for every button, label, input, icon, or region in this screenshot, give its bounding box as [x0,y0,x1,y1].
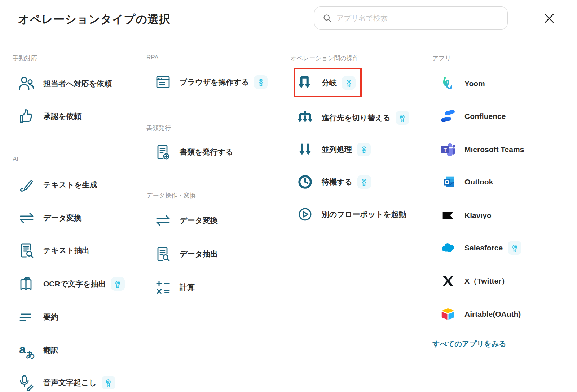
app-item-confluence[interactable]: Confluence [439,106,506,127]
section-header-flowops: オペレーション間の操作 [290,54,359,62]
op-item-request-staff[interactable]: 担当者へ対応を依頼 [18,73,112,94]
premium-badge [357,175,371,189]
translate-icon: a あ [18,342,35,359]
app-item-label: Outlook [464,178,493,186]
section-header-dataops: データ操作・変換 [146,191,196,200]
op-item-parallel[interactable]: 並列処理 [296,139,371,160]
clock-icon [296,173,314,191]
close-button[interactable] [542,12,556,25]
browser-icon [154,74,172,91]
op-item-label: テキストを生成 [43,180,97,190]
op-item-label: データ変換 [43,213,82,223]
op-item-request-approval[interactable]: 承認を依頼 [18,106,82,127]
premium-badge [342,76,356,90]
op-item-label: 音声文字起こし [43,378,97,388]
swap-arrows-icon [18,209,35,227]
op-item-summarize[interactable]: 要約 [18,306,58,328]
document-search-icon [154,245,172,263]
op-item-label: データ変換 [180,215,218,226]
swap-arrows-icon [154,212,172,229]
yoom-logo [439,75,457,92]
section-header-apps: アプリ [432,54,451,62]
op-item-switch-route[interactable]: 進行先を切り替える [296,107,409,129]
op-item-data-convert[interactable]: データ変換 [154,210,218,231]
klaviyo-logo [439,207,457,224]
op-item-generate-text[interactable]: テキストを生成 [18,174,97,196]
op-item-label: データ抽出 [180,249,218,259]
app-item-label: Microsoft Teams [464,145,524,154]
op-item-speech-to-text[interactable]: 音声文字起こし [18,372,115,392]
op-item-label: ブラウザを操作する [180,77,249,87]
premium-badge [111,277,125,291]
premium-badge [508,241,521,255]
op-item-label: OCRで文字を抽出 [43,279,106,289]
app-item-salesforce[interactable]: Salesforce [439,237,521,259]
op-item-issue-document[interactable]: 書類を発行する [154,141,233,163]
confluence-logo [439,108,457,125]
svg-text:a: a [19,343,26,356]
teams-logo: T [439,141,457,158]
op-item-text-extract[interactable]: テキスト抽出 [18,240,89,261]
document-search-icon [18,242,35,259]
op-item-label: 翻訳 [43,345,58,355]
premium-badge [357,143,371,156]
app-item-label: Klaviyo [464,211,492,220]
parallel-arrows-icon [296,141,314,158]
app-item-label: X（Twitter） [464,276,509,286]
svg-text:T: T [444,147,447,153]
op-item-operate-browser[interactable]: ブラウザを操作する [154,71,268,93]
app-item-label: Airtable(OAuth) [464,310,521,318]
summary-lines-icon [18,308,35,326]
book-eye-icon [18,275,35,293]
play-circle-icon [296,206,314,223]
op-item-translate[interactable]: a あ 翻訳 [18,339,58,361]
app-item-label: Salesforce [464,244,503,252]
app-item-label: Yoom [464,79,485,88]
op-item-label: 分岐 [322,78,337,88]
op-item-branch[interactable]: 分岐 [296,72,356,94]
op-item-label: 待機する [322,177,352,187]
op-item-label: 並列処理 [322,144,352,155]
thumbs-up-icon [18,108,35,125]
app-item-outlook[interactable]: Outlook [439,171,493,193]
premium-badge [254,75,268,89]
people-icon [18,75,35,92]
op-item-data-convert-ai[interactable]: データ変換 [18,207,82,229]
section-header-manual: 手動対応 [13,54,37,62]
app-item-airtable[interactable]: Airtable(OAuth) [439,303,521,325]
document-plus-icon [154,143,172,161]
page-title: オペレーションタイプの選択 [18,12,171,27]
search-box[interactable] [314,6,508,30]
op-item-ocr[interactable]: OCRで文字を抽出 [18,273,125,295]
op-item-label: 担当者へ対応を依頼 [43,79,112,89]
app-item-klaviyo[interactable]: Klaviyo [439,205,492,226]
op-item-data-extract[interactable]: データ抽出 [154,243,218,265]
search-input[interactable] [336,14,499,22]
app-item-label: Confluence [464,112,506,121]
search-icon [322,13,332,23]
app-item-yoom[interactable]: Yoom [439,73,485,94]
operation-type-modal: { "modal": { "title": "オペレーションタイプの選択", "… [0,0,577,392]
see-all-apps-link[interactable]: すべてのアプリをみる [432,339,506,349]
outlook-logo [439,173,457,191]
op-item-label: 別のフローボットを起動 [322,209,406,219]
switch-branch-icon [296,109,314,126]
op-item-launch-flowbot[interactable]: 別のフローボットを起動 [296,204,406,225]
section-header-rpa: RPA [146,54,159,61]
op-item-calculate[interactable]: 計算 [154,276,195,298]
calculator-icon [154,279,172,296]
op-item-label: 計算 [180,282,195,292]
section-header-ai: AI [13,156,18,163]
op-item-label: 要約 [43,312,58,322]
premium-badge [396,111,409,125]
section-header-docs: 書類発行 [146,124,171,132]
op-item-wait[interactable]: 待機する [296,171,371,193]
close-icon [544,13,555,24]
pen-squiggle-icon [18,176,35,193]
x-logo [439,272,457,290]
salesforce-logo [439,239,457,257]
op-item-label: 承認を依頼 [43,111,82,121]
op-item-label: 書類を発行する [180,147,233,157]
app-item-x-twitter[interactable]: X（Twitter） [439,270,509,292]
app-item-microsoft-teams[interactable]: T Microsoft Teams [439,139,524,160]
